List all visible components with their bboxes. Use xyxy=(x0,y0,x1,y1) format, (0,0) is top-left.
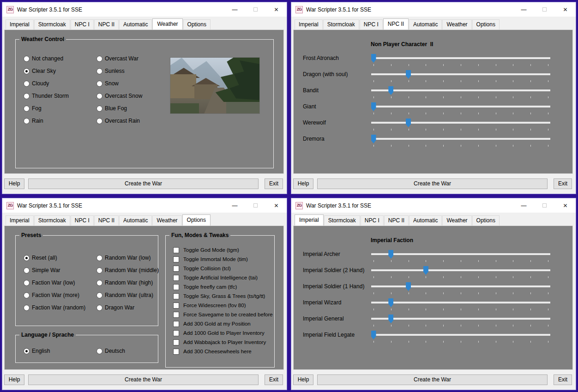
slider-track[interactable] xyxy=(371,285,550,287)
tab-options[interactable]: Options xyxy=(472,215,500,226)
tab-imperial[interactable]: Imperial xyxy=(6,19,34,30)
slider-thumb[interactable] xyxy=(406,282,411,291)
tab-npc-ii[interactable]: NPC II xyxy=(94,19,119,30)
tab-npc-i[interactable]: NPC I xyxy=(71,19,94,30)
slider-track[interactable] xyxy=(371,253,550,255)
radio-dragon-war[interactable]: Dragon War xyxy=(96,304,134,311)
create-war-button[interactable]: Create the War xyxy=(317,178,548,189)
radio-rain[interactable]: Rain xyxy=(24,117,43,125)
radio-thunder-storm[interactable]: Thunder Storm xyxy=(24,92,69,100)
tab-automatic[interactable]: Automatic xyxy=(409,215,442,226)
radio-overcast-snow[interactable]: Overcast Snow xyxy=(96,92,142,100)
checkbox-add-1000-gold-to-player-inventory[interactable]: Add 1000 Gold to Player Inventory xyxy=(173,329,265,337)
slider-track[interactable] xyxy=(371,57,550,59)
radio-random-war-high[interactable]: Random War (high) xyxy=(96,279,153,286)
tab-stormcloak[interactable]: Stormcloak xyxy=(34,215,70,226)
tab-imperial[interactable]: Imperial xyxy=(295,19,323,30)
minimize-button[interactable]: — xyxy=(224,198,245,213)
slider-track[interactable] xyxy=(371,318,550,320)
help-button[interactable]: Help xyxy=(4,178,24,189)
slider-thumb[interactable] xyxy=(371,135,376,143)
tab-weather[interactable]: Weather xyxy=(442,19,471,30)
tab-options[interactable]: Options xyxy=(183,19,211,30)
radio-random-war-low[interactable]: Random War (low) xyxy=(96,254,151,261)
tab-weather[interactable]: Weather xyxy=(442,215,471,226)
radio-clear-sky[interactable]: Clear Sky xyxy=(24,67,56,75)
minimize-button[interactable]: — xyxy=(513,198,534,213)
radio-overcast-war[interactable]: Overcast War xyxy=(96,55,138,62)
minimize-button[interactable]: — xyxy=(513,2,534,17)
tab-weather[interactable]: Weather xyxy=(152,18,182,30)
tab-npc-ii[interactable]: NPC II xyxy=(384,215,409,226)
tab-weather[interactable]: Weather xyxy=(152,215,181,226)
slider-track[interactable] xyxy=(371,334,550,336)
radio-random-war-middle[interactable]: Random War (middle) xyxy=(96,267,159,274)
maximize-button[interactable] xyxy=(245,2,266,17)
radio-overcast-rain[interactable]: Overcast Rain xyxy=(96,117,140,125)
slider-thumb[interactable] xyxy=(406,70,411,79)
checkbox-add-300-cheesewheels-here[interactable]: Add 300 Cheesewheels here xyxy=(173,348,252,355)
slider-track[interactable] xyxy=(371,138,550,140)
help-button[interactable]: Help xyxy=(293,374,313,385)
close-button[interactable]: ✕ xyxy=(555,198,576,213)
create-war-button[interactable]: Create the War xyxy=(28,178,259,189)
radio-english[interactable]: English xyxy=(24,347,50,355)
slider-thumb[interactable] xyxy=(388,86,393,95)
exit-button[interactable]: Exit xyxy=(554,178,572,189)
slider-thumb[interactable] xyxy=(406,119,411,127)
radio-reset-all[interactable]: Reset (all) xyxy=(24,254,57,261)
close-button[interactable]: ✕ xyxy=(266,198,287,213)
tab-automatic[interactable]: Automatic xyxy=(409,19,442,30)
maximize-button[interactable] xyxy=(534,198,555,213)
radio-fog[interactable]: Fog xyxy=(24,105,42,112)
slider-track[interactable] xyxy=(371,89,550,91)
slider-thumb[interactable] xyxy=(423,266,428,275)
radio-faction-war-low[interactable]: Faction War (low) xyxy=(24,279,75,286)
checkbox-toggle-god-mode-tgm[interactable]: Toggle God Mode (tgm) xyxy=(173,246,239,254)
checkbox-toggle-freefly-cam-tfc[interactable]: Toggle freefly cam (tfc) xyxy=(173,283,237,291)
radio-deutsch[interactable]: Deutsch xyxy=(96,347,125,355)
checkbox-add-300-gold-at-my-position[interactable]: Add 300 Gold at my Position xyxy=(173,320,251,327)
tab-npc-i[interactable]: NPC I xyxy=(361,215,384,226)
exit-button[interactable]: Exit xyxy=(265,178,283,189)
slider-thumb[interactable] xyxy=(371,331,376,339)
radio-not-changed[interactable]: Not changed xyxy=(24,55,63,62)
minimize-button[interactable]: — xyxy=(224,2,245,17)
slider-track[interactable] xyxy=(371,73,550,75)
checkbox-toggle-immortal-mode-tim[interactable]: Toggle Immortal Mode (tim) xyxy=(173,255,248,263)
radio-blue-fog[interactable]: Blue Fog xyxy=(96,105,127,112)
radio-sunless[interactable]: Sunless xyxy=(96,67,125,75)
tab-stormcloak[interactable]: Stormcloak xyxy=(323,19,359,30)
checkbox-toggle-collision-tcl[interactable]: Toggle Collision (tcl) xyxy=(173,265,231,272)
tab-options[interactable]: Options xyxy=(182,214,211,226)
tab-stormcloak[interactable]: Stormcloak xyxy=(34,19,70,30)
maximize-button[interactable] xyxy=(245,198,266,213)
maximize-button[interactable] xyxy=(534,2,555,17)
create-war-button[interactable]: Create the War xyxy=(317,374,548,385)
slider-track[interactable] xyxy=(371,269,550,271)
checkbox-toggle-artificial-intelligence-tai[interactable]: Toggle Artificial Intelligence (tai) xyxy=(173,274,258,281)
tab-npc-ii[interactable]: NPC II xyxy=(94,215,119,226)
create-war-button[interactable]: Create the War xyxy=(28,374,259,385)
tab-automatic[interactable]: Automatic xyxy=(119,215,152,226)
tab-imperial[interactable]: Imperial xyxy=(295,214,324,226)
slider-track[interactable] xyxy=(371,106,550,107)
help-button[interactable]: Help xyxy=(4,374,24,385)
radio-faction-war-more[interactable]: Faction War (more) xyxy=(24,291,79,299)
tab-automatic[interactable]: Automatic xyxy=(119,19,152,30)
tab-npc-i[interactable]: NPC I xyxy=(71,215,94,226)
slider-track[interactable] xyxy=(371,302,550,303)
slider-thumb[interactable] xyxy=(388,315,393,323)
checkbox-force-savegame-to-be-created-before[interactable]: Force Savegame to be created before xyxy=(173,311,273,318)
slider-thumb[interactable] xyxy=(388,298,393,307)
tab-stormcloak[interactable]: Stormcloak xyxy=(324,215,360,226)
tab-npc-i[interactable]: NPC I xyxy=(360,19,383,30)
radio-simple-war[interactable]: Simple War xyxy=(24,267,60,274)
tab-npc-ii[interactable]: NPC II xyxy=(383,18,409,30)
slider-track[interactable] xyxy=(371,122,550,124)
radio-random-war-ultra[interactable]: Random War (ultra) xyxy=(96,291,153,299)
radio-snow[interactable]: Snow xyxy=(96,80,119,87)
exit-button[interactable]: Exit xyxy=(554,374,572,385)
slider-thumb[interactable] xyxy=(388,250,393,259)
radio-cloudy[interactable]: Cloudy xyxy=(24,80,49,87)
